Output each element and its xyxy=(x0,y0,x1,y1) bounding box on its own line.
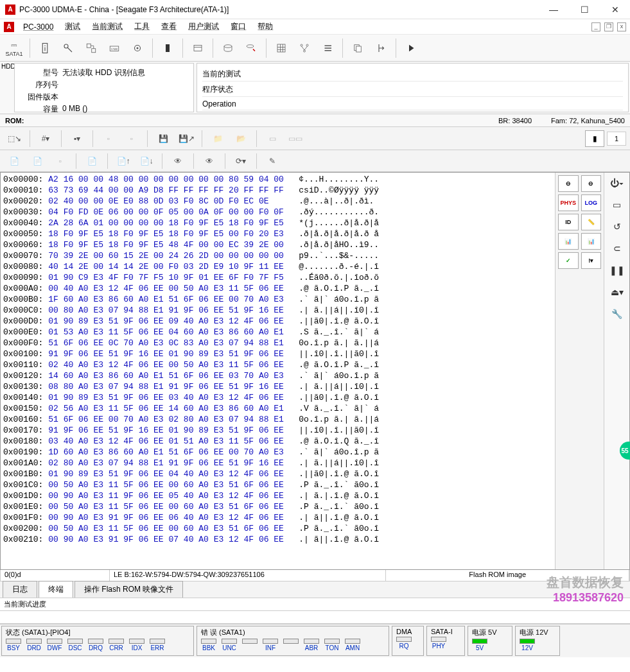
current-test-label: 当前的测试 xyxy=(202,69,241,78)
dma-led: RQ xyxy=(396,642,412,650)
phys-button[interactable]: PHYS xyxy=(558,194,579,211)
rom-label: ROM: xyxy=(5,117,24,125)
tree-icon[interactable] xyxy=(293,37,315,59)
hdd-tab-label[interactable]: HDD xyxy=(0,62,13,114)
db-read-icon[interactable]: ⊖ xyxy=(558,175,579,192)
db-write-icon[interactable]: ⊖ xyxy=(581,175,602,192)
menu-user-test[interactable]: 用户测试 xyxy=(183,19,224,34)
chip-open-icon[interactable]: ▫ xyxy=(98,129,119,148)
dma-group: DMA RQ xyxy=(392,626,424,656)
doc-logo-icon: A xyxy=(4,22,14,32)
close-button[interactable]: ✕ xyxy=(606,4,625,15)
reset-icon[interactable]: ↺ xyxy=(610,220,624,233)
menu-current-test[interactable]: 当前测试 xyxy=(87,19,128,34)
svg-line-24 xyxy=(302,46,305,50)
led-ERR: ERR xyxy=(150,639,165,651)
menu-test[interactable]: 测试 xyxy=(60,19,85,34)
sata-title: SATA-I xyxy=(431,628,460,635)
eject-icon[interactable]: ⏏▾ xyxy=(610,286,624,298)
key-icon[interactable] xyxy=(57,37,79,59)
hex-offset-status: 0(0)d xyxy=(1,570,110,581)
tab-terminal[interactable]: 终端 xyxy=(39,581,73,598)
tools-icon[interactable]: 🔧 xyxy=(610,307,624,320)
sata-port-indicator[interactable]: ⎓SATA1 xyxy=(3,39,26,57)
module-icon[interactable] xyxy=(187,37,209,59)
gear-icon[interactable] xyxy=(127,37,148,59)
led-ABR: ABR xyxy=(304,639,319,651)
title-bar: A PC-3000 UDMA-E - China - [Seagate F3 A… xyxy=(0,0,630,19)
menu-view[interactable]: 查看 xyxy=(156,19,182,34)
edit-icon[interactable]: ✎ xyxy=(262,152,283,170)
page-nav-icon[interactable]: 📄 xyxy=(82,152,102,170)
card-icon[interactable]: ▭ xyxy=(262,129,283,148)
hex-view[interactable]: 0x00000: A2 16 00 00 48 00 00 00 00 00 0… xyxy=(1,173,555,569)
mdi-minimize-button[interactable]: _ xyxy=(591,22,600,31)
info-icon[interactable] xyxy=(34,37,56,59)
list-icon[interactable] xyxy=(317,37,338,59)
chip-down-icon[interactable]: ▪▾ xyxy=(67,129,87,148)
disk-icon[interactable] xyxy=(217,37,239,59)
folder-open-icon[interactable]: 📂 xyxy=(231,129,251,148)
smart-icon[interactable]: 17600 xyxy=(103,37,125,59)
scale-icon[interactable]: 📏 xyxy=(581,214,602,230)
exit-icon[interactable] xyxy=(370,37,392,59)
led-DWF: DWF xyxy=(47,639,62,651)
board-icon[interactable]: ▭ xyxy=(610,198,624,211)
power-icon[interactable]: ⏻▾ xyxy=(610,177,624,189)
save-as-icon[interactable]: 💾↗ xyxy=(176,129,197,148)
save-icon[interactable]: 💾 xyxy=(153,129,173,148)
led-UNC: UNC xyxy=(222,639,237,651)
data2-icon[interactable]: 📊 xyxy=(581,233,602,250)
disk-edit-icon[interactable] xyxy=(240,37,262,59)
chip-icon[interactable] xyxy=(157,37,179,59)
play-icon[interactable] xyxy=(400,37,422,59)
mdi-restore-button[interactable]: ❐ xyxy=(604,22,613,31)
connector-icon[interactable]: ⊂ xyxy=(610,242,624,255)
maximize-button[interactable]: ☐ xyxy=(575,4,594,15)
id-icon[interactable]: ID xyxy=(558,214,579,230)
page-up-icon[interactable]: 📄↑ xyxy=(113,152,134,170)
tab-flash-rom[interactable]: 操作 Flash ROM 映像文件 xyxy=(74,581,183,598)
menu-help[interactable]: 帮助 xyxy=(252,19,278,34)
led-BSY: BSY xyxy=(6,639,21,651)
hex-value-status: LE B:162-W:5794-DW:5794-QW:309237651106 xyxy=(110,570,386,581)
transfer-icon[interactable] xyxy=(80,37,102,59)
folder-icon[interactable]: 📁 xyxy=(207,129,228,148)
chip-number-input[interactable] xyxy=(607,132,626,146)
menu-tools[interactable]: 工具 xyxy=(129,19,155,34)
warn-icon[interactable]: !▾ xyxy=(581,252,602,269)
led-INF: INF xyxy=(263,639,278,651)
firmware-label: 固件版本 xyxy=(20,92,58,103)
hash-icon[interactable]: #▾ xyxy=(35,129,56,148)
right-tool-rail: ⏻▾ ▭ ↺ ⊂ ❚❚ ⏏▾ 🔧 xyxy=(604,173,629,569)
page-icon[interactable]: 📄 xyxy=(4,152,24,170)
grid-icon[interactable] xyxy=(270,37,292,59)
export-icon[interactable]: ⬚↘ xyxy=(4,129,24,148)
capacity-label: 容量 xyxy=(20,104,58,115)
hex-status-bar: 0(0)d LE B:162-W:5794-DW:5794-QW:3092376… xyxy=(0,570,630,582)
data-icon[interactable]: 📊 xyxy=(558,233,579,250)
find-icon[interactable]: 👁 xyxy=(168,152,188,170)
check-icon[interactable]: ✓ xyxy=(558,252,579,269)
pause-icon[interactable]: ❚❚ xyxy=(610,264,624,277)
page-down-icon[interactable]: 📄↓ xyxy=(136,152,157,170)
copy-icon[interactable] xyxy=(347,37,369,59)
chip-plus-icon[interactable]: ▫ xyxy=(121,129,142,148)
tab-log[interactable]: 日志 xyxy=(3,581,37,598)
minimize-button[interactable]: — xyxy=(544,4,563,15)
cards-icon[interactable]: ▭▭ xyxy=(285,129,306,148)
chip-selector-icon[interactable]: ▮ xyxy=(585,130,604,147)
log-button[interactable]: LOG xyxy=(581,194,602,211)
page-add-icon[interactable]: 📄 xyxy=(27,152,48,170)
page-num-icon[interactable]: ▫ xyxy=(50,152,71,170)
goto-icon[interactable]: ⟳▾ xyxy=(231,152,251,170)
p5-group: 电源 5V 5V xyxy=(468,626,512,656)
svg-point-22 xyxy=(306,44,308,46)
rom-status-bar: ROM: BR: 38400 Fam: 72, Kahuna_5400 xyxy=(0,114,630,127)
led-CRR: CRR xyxy=(109,639,124,651)
find-next-icon[interactable]: 👁 xyxy=(199,152,220,170)
menu-window[interactable]: 窗口 xyxy=(225,19,251,34)
p12-title: 电源 12V xyxy=(520,628,556,637)
menu-pc3000[interactable]: PC-3000 xyxy=(18,21,58,33)
mdi-close-button[interactable]: x xyxy=(617,22,626,31)
